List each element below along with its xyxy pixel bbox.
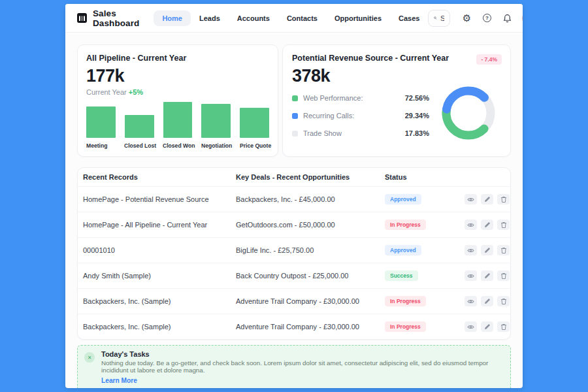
delete-trash-icon[interactable]: [497, 270, 510, 281]
delete-trash-icon[interactable]: [497, 194, 510, 204]
pipeline-delta: +5%: [129, 88, 143, 96]
edit-pencil-icon[interactable]: [481, 321, 493, 332]
row-actions: [459, 194, 511, 204]
row-actions: [459, 321, 511, 332]
search-box[interactable]: [428, 10, 450, 27]
nav-item-contacts[interactable]: Contacts: [278, 10, 326, 26]
table-row[interactable]: HomePage - Potential Revenue SourceBackp…: [78, 186, 510, 212]
bar-price-quote: [240, 108, 269, 138]
task-status-icon: ✕: [84, 352, 95, 363]
edit-pencil-icon[interactable]: [481, 220, 493, 230]
pipeline-total-value: 177k: [86, 66, 269, 86]
row-actions: [459, 245, 511, 255]
view-eye-icon[interactable]: [465, 270, 477, 281]
revenue-delta-badge: - 7.4%: [476, 54, 502, 65]
table-row[interactable]: Backpackers, Inc. (Sample)Adventure Trai…: [78, 288, 510, 314]
legend-row-trade-show: Trade Show 17.83%: [292, 129, 429, 137]
col-header-key-deals: Key Deals - Recent Opportunities: [231, 173, 380, 181]
view-eye-icon[interactable]: [465, 296, 477, 306]
table-row[interactable]: Andy Smith (Sample)Back Country Outpost …: [78, 263, 510, 288]
help-icon[interactable]: ?: [481, 12, 493, 24]
delete-trash-icon[interactable]: [497, 220, 510, 230]
todays-tasks-banner: ✕ Today's Tasks Nothing due today. Be a …: [77, 345, 511, 388]
app-title: Sales Dashboard: [93, 8, 139, 28]
nav-item-home[interactable]: Home: [154, 10, 191, 26]
status-badge: Success: [385, 270, 418, 281]
legend-dot-blue: [292, 113, 298, 119]
nav-item-leads[interactable]: Leads: [191, 10, 229, 26]
bar-closed-won: [163, 102, 193, 138]
search-input[interactable]: [440, 14, 445, 22]
app-logo-icon: [77, 13, 87, 23]
notifications-bell-icon[interactable]: [501, 12, 513, 24]
nav-item-accounts[interactable]: Accounts: [229, 10, 278, 26]
revenue-donut-chart: [437, 82, 500, 144]
revenue-card-title: Potential Revenue Source - Current Year: [292, 54, 501, 63]
pipeline-bar-labels: Meeting Closed Lost Closed Won Negotiati…: [86, 142, 269, 149]
legend-row-web-performance: Web Performance: 72.56%: [292, 94, 429, 102]
navbar-icon-group: ⚙ ?: [461, 12, 513, 24]
legend-row-recurring-calls: Recurring Calls: 29.34%: [292, 112, 429, 120]
edit-pencil-icon[interactable]: [481, 270, 493, 281]
legend-dot-green: [292, 95, 298, 101]
main-content: All Pipeline - Current Year 177k Current…: [65, 44, 523, 388]
view-eye-icon[interactable]: [465, 245, 477, 255]
top-navbar: Sales Dashboard Home Leads Accounts Cont…: [65, 4, 523, 33]
status-badge: In Progress: [385, 321, 426, 332]
revenue-legend: Web Performance: 72.56% Recurring Calls:…: [292, 94, 429, 137]
learn-more-link[interactable]: Learn More: [101, 377, 137, 384]
status-badge: In Progress: [385, 220, 426, 230]
bar-closed-lost: [125, 115, 154, 138]
pipeline-bar-chart: [86, 102, 269, 138]
view-eye-icon[interactable]: [465, 194, 477, 204]
table-row[interactable]: 00001010BigLife Inc. - £25,750.00 Approv…: [78, 237, 510, 263]
col-header-status: Status: [380, 173, 459, 181]
tasks-title: Today's Tasks: [101, 350, 504, 358]
edit-pencil-icon[interactable]: [481, 296, 493, 306]
settings-gear-icon[interactable]: ⚙: [461, 12, 472, 24]
table-row[interactable]: HomePage - All Pipeline - Current YearGe…: [78, 212, 510, 237]
main-nav: Home Leads Accounts Contacts Opportuniti…: [154, 10, 428, 26]
tasks-description: Nothing due today. Be a go-getter, and c…: [101, 359, 504, 374]
row-actions: [459, 296, 511, 306]
view-eye-icon[interactable]: [465, 220, 477, 230]
search-icon: [434, 14, 436, 22]
pipeline-card: All Pipeline - Current Year 177k Current…: [77, 44, 278, 157]
delete-trash-icon[interactable]: [497, 296, 510, 306]
status-badge: In Progress: [385, 296, 426, 306]
pipeline-subtitle: Current Year +5%: [86, 88, 269, 96]
table-row[interactable]: Backpackers, Inc. (Sample)Adventure Trai…: [78, 314, 510, 339]
legend-dot-gray: [292, 131, 298, 137]
user-avatar[interactable]: [522, 11, 523, 25]
status-badge: Approved: [385, 245, 421, 255]
col-header-recent-records: Recent Records: [78, 173, 231, 181]
status-badge: Approved: [385, 194, 421, 204]
row-actions: [459, 270, 511, 281]
row-actions: [459, 220, 511, 230]
records-table: Recent Records Key Deals - Recent Opport…: [77, 167, 511, 340]
app-window: Sales Dashboard Home Leads Accounts Cont…: [65, 4, 523, 388]
revenue-card: - 7.4% Potential Revenue Source - Curren…: [282, 44, 511, 157]
nav-item-opportunities[interactable]: Opportunities: [326, 10, 390, 26]
view-eye-icon[interactable]: [465, 321, 477, 332]
delete-trash-icon[interactable]: [497, 321, 510, 332]
pipeline-card-title: All Pipeline - Current Year: [86, 54, 269, 63]
nav-item-cases[interactable]: Cases: [390, 10, 428, 26]
table-header-row: Recent Records Key Deals - Recent Opport…: [78, 168, 510, 186]
edit-pencil-icon[interactable]: [481, 245, 493, 255]
delete-trash-icon[interactable]: [497, 245, 510, 255]
bar-meeting: [86, 106, 116, 138]
bar-negotiation: [201, 104, 231, 138]
edit-pencil-icon[interactable]: [481, 194, 493, 204]
